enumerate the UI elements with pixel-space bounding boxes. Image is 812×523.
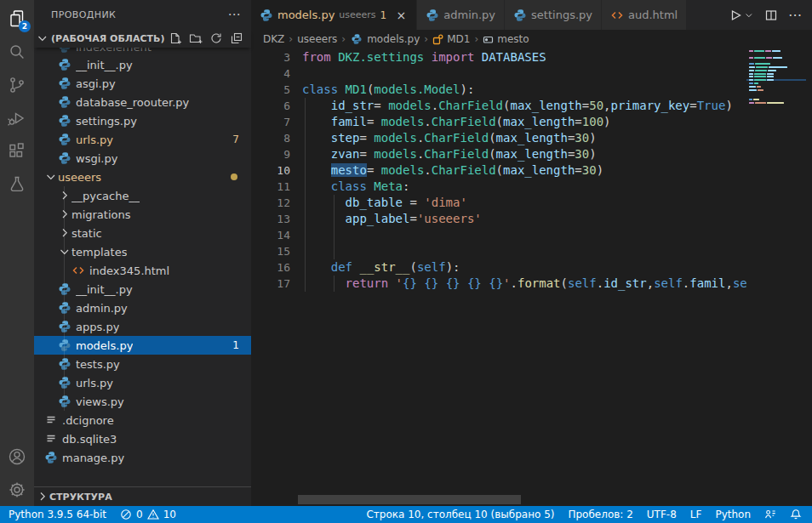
code-line-8[interactable]: 8 step= models.CharField(max_length=30) [251,130,746,146]
tree-file-row[interactable]: db.sqlite3 [34,429,251,448]
activity-search-icon[interactable] [0,35,34,68]
code-line-13[interactable]: 13 app_label='useeers' [251,211,746,227]
breadcrumb-item-useeers[interactable]: useeers [297,33,337,45]
code-token: = [367,163,381,177]
code-area[interactable]: 3from DKZ.settings import DATABASES45cla… [251,48,746,494]
tab-settings.py[interactable]: settings.py [505,0,602,30]
tree-folder-row[interactable]: migrations [34,205,251,224]
horizontal-scrollbar[interactable] [298,495,521,504]
code-editor[interactable]: 3from DKZ.settings import DATABASES45cla… [251,48,812,506]
code-line-3[interactable]: 3from DKZ.settings import DATABASES [251,49,746,65]
indentation-status[interactable]: Пробелов: 2 [561,506,639,523]
tree-file-row[interactable]: urls.py7 [34,130,251,149]
tree-folder-row[interactable]: static [34,224,251,242]
tree-file-row[interactable]: wsgi.py [34,149,251,168]
line-number: 5 [251,82,290,98]
chevron-right-icon [58,207,71,221]
workspace-section-header[interactable]: (РАБОЧАЯ ОБЛАСТЬ) ... [34,29,251,48]
tree-file-row[interactable]: index345.html [34,261,251,280]
code-token [302,163,331,177]
tree-file-row[interactable]: manage.py [34,448,251,467]
outline-label: СТРУКТУРА [49,492,112,503]
tree-folder-row[interactable]: useeers [34,168,251,186]
code-line-text: from DKZ.settings import DATABASES [302,50,546,64]
status-bar: Python 3.9.5 64-bit010Строка 10, столбец… [0,506,812,523]
code-line-9[interactable]: 9 zvan= models.CharField(max_length=30) [251,146,746,162]
activity-testing-icon[interactable] [0,168,34,201]
bell-icon[interactable] [783,506,809,523]
tree-file-row[interactable]: database_roouter.py [34,93,251,111]
activity-run-debug-icon[interactable] [0,101,34,134]
code-token [302,196,346,209]
collapse-all-icon[interactable] [229,31,244,46]
python-file-icon [44,451,58,464]
more-actions-icon[interactable]: ⋯ [228,7,241,22]
breadcrumb-item-mesto[interactable]: mesto [483,33,529,45]
tree-file-row[interactable]: __init__.py [34,55,251,74]
tree-folder-row[interactable]: templates [34,242,251,261]
code-token [424,50,431,64]
code-token: 'dima' [424,196,467,209]
code-line-5[interactable]: 5class MD1(models.Model): [251,82,746,98]
tree-file-row[interactable]: apps.py [34,317,251,336]
tree-file-row[interactable]: tests.py [34,355,251,373]
activity-files-icon[interactable]: 2 [0,2,34,35]
code-token: CharField [424,131,489,145]
tree-file-row[interactable]: .dcignore [34,411,251,429]
minimap-line [746,89,806,91]
code-line-6[interactable]: 6 id_str= models.CharField(max_length=50… [251,98,746,114]
cursor-position-status[interactable]: Строка 10, столбец 10 (выбрано 5) [359,506,561,523]
activity-extensions-icon[interactable] [0,134,34,168]
code-token: CharField [424,147,489,161]
breadcrumb-label: MD1 [447,33,470,45]
breadcrumb-item-models.py[interactable]: models.py [350,32,420,46]
encoding-status[interactable]: UTF-8 [640,506,683,523]
activity-account-icon[interactable] [0,440,34,473]
code-token: max_length [503,115,575,128]
code-line-12[interactable]: 12 db_table = 'dima' [251,195,746,211]
minimap-segment [749,76,753,77]
minimap[interactable] [746,50,806,105]
tree-file-row[interactable]: admin.py [34,298,251,317]
split-editor-icon[interactable] [764,9,778,22]
code-line-10[interactable]: 10 mesto= models.CharField(max_length=30… [251,162,746,179]
code-line-15[interactable]: 15 [251,243,746,259]
activity-settings-gear-icon[interactable] [0,473,34,506]
code-line-11[interactable]: 11 class Meta: [251,179,746,195]
language-mode-status[interactable]: Python [708,506,758,523]
problems-status[interactable]: 010 [113,506,183,523]
more-actions-icon[interactable]: ⋯ [788,7,802,23]
tree-file-row[interactable]: models.py1 [34,336,251,355]
outline-section-header[interactable]: СТРУКТУРА [34,486,251,506]
tree-file-row[interactable]: urls.py [34,373,251,392]
breadcrumb-item-MD1[interactable]: MD1 [432,33,470,45]
tree-file-row[interactable]: __init__.py [34,280,251,298]
tab-aud.html[interactable]: aud.html [602,0,687,30]
tree-file-row[interactable]: views.py [34,392,251,411]
tree-file-row[interactable]: settings.py [34,111,251,130]
eol-status[interactable]: LF [683,506,709,523]
code-line-4[interactable]: 4 [251,65,746,82]
code-token: ( [561,276,568,290]
tab-models.py[interactable]: models.pyuseeers1× [251,0,417,30]
code-line-16[interactable]: 16 def __str__(self): [251,259,746,276]
tree-folder-row[interactable]: __pycache__ [34,186,251,205]
code-line-14[interactable]: 14 [251,227,746,243]
new-folder-icon[interactable] [188,31,203,46]
refresh-icon[interactable] [209,31,224,46]
breadcrumb-item-DKZ[interactable]: DKZ [263,33,284,45]
tab-admin.py[interactable]: admin.py [417,0,505,30]
section-actions [168,31,244,46]
code-line-7[interactable]: 7 famil= models.CharField(max_length=100… [251,114,746,130]
tree-file-row[interactable]: asgi.py [34,74,251,93]
code-line-text: step= models.CharField(max_length=30) [302,131,597,145]
new-file-icon[interactable] [168,31,183,46]
close-icon[interactable]: × [394,9,408,22]
tree-file-row[interactable]: indexelement [34,48,251,55]
feedback-icon[interactable] [758,506,783,523]
run-button[interactable] [729,9,754,22]
interpreter-status[interactable]: Python 3.9.5 64-bit [0,506,113,523]
activity-source-control-icon[interactable] [0,68,34,101]
code-line-17[interactable]: 17 return '{} {} {} {} {}'.format(self.i… [251,276,746,292]
line-number: 7 [251,114,290,130]
